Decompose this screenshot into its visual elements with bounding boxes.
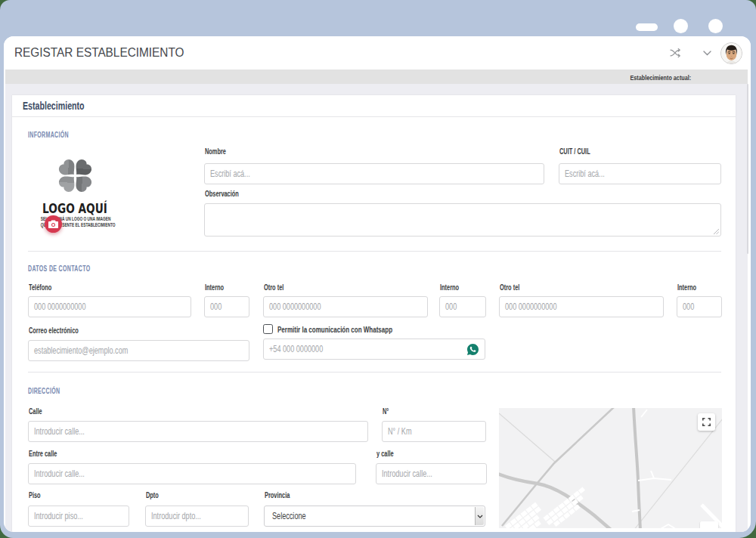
interno2-label: Interno (440, 283, 466, 292)
section-title-direccion: DIRECCIÓN (28, 387, 74, 395)
camera-icon (48, 220, 58, 228)
card-title: Establecimiento (23, 100, 85, 112)
window-control-circle-2[interactable] (708, 19, 723, 33)
nombre-input[interactable]: Escribí acá... (204, 163, 544, 184)
interno3-input[interactable]: 000 (677, 296, 722, 317)
status-bar: Establecimiento actual: (5, 70, 748, 84)
shuffle-icon[interactable] (670, 48, 682, 58)
correo-input[interactable]: establecimiento@ejemplo.com (28, 340, 249, 361)
section-divider-1 (28, 251, 721, 252)
telefono-label: Teléfono (29, 283, 60, 292)
window-controls (0, 0, 756, 36)
ycalle-label: y calle (376, 450, 400, 458)
section-title-informacion: INFORMACIÓN (28, 131, 86, 139)
interno1-input[interactable]: 000 (204, 296, 249, 317)
section-title-contacto: DATOS DE CONTACTO (28, 264, 117, 273)
observacion-textarea[interactable] (204, 203, 721, 237)
entrecalle-label: Entre calle (29, 450, 67, 458)
scrollbar-thumb[interactable] (747, 84, 748, 254)
logo-placeholder[interactable]: LOGO AQUÍ SELECCIONÁ UN LOGO O UNA IMAGE… (29, 158, 121, 229)
whatsapp-input[interactable]: +54 000 0000000 (263, 339, 485, 360)
location-map[interactable] (499, 408, 722, 528)
card-header: Establecimiento (12, 95, 736, 117)
desktop-background: REGISTAR ESTABLECIMIENTO (0, 0, 756, 538)
clover-logo-icon (57, 158, 93, 193)
establecimiento-card: Establecimiento INFORMACIÓN (12, 95, 736, 532)
telefono-input[interactable]: 000 0000000000 (28, 296, 191, 317)
piso-label: Piso (29, 491, 45, 499)
fullscreen-icon (702, 418, 711, 426)
provincia-label: Provincia (265, 491, 299, 499)
app-window: REGISTAR ESTABLECIMIENTO (4, 36, 751, 532)
numero-label: N° (383, 407, 391, 416)
dpto-label: Dpto (146, 491, 163, 499)
interno2-input[interactable]: 000 (439, 296, 486, 317)
page-background: Establecimiento INFORMACIÓN (5, 84, 748, 532)
section-divider-2 (28, 372, 721, 373)
piso-input[interactable]: Introducir piso... (28, 506, 129, 527)
observacion-label: Observación (205, 190, 251, 198)
otrotel1-label: Otro tel (264, 283, 291, 292)
cuit-input[interactable]: Escribí acá... (559, 163, 721, 184)
resize-grip-icon[interactable] (714, 229, 719, 234)
upload-logo-button[interactable] (45, 215, 62, 233)
otrotel2-input[interactable]: 000 0000000000 (499, 296, 664, 317)
whatsapp-checkbox[interactable] (263, 324, 273, 334)
cuit-label: CUIT / CUIL (559, 147, 601, 156)
minimize-pill-icon[interactable] (636, 23, 658, 31)
nombre-label: Nombre (205, 147, 234, 156)
provincia-select[interactable]: Seleccione (264, 506, 485, 527)
page-title: REGISTAR ESTABLECIMIENTO (14, 36, 191, 70)
map-graphic (499, 408, 722, 528)
logo-title: LOGO AQUÍ (40, 200, 110, 216)
otrotel2-label: Otro tel (500, 283, 527, 292)
dpto-input[interactable]: Introducir dpto... (145, 506, 249, 527)
map-control-partial (700, 521, 718, 528)
current-establishment-label: Establecimiento actual: (630, 73, 691, 81)
interno1-label: Interno (205, 283, 231, 292)
calle-input[interactable]: Introducir calle... (28, 421, 368, 442)
map-fullscreen-button[interactable] (698, 413, 715, 431)
correo-label: Correo electrónico (29, 326, 96, 335)
numero-input[interactable]: N° / Km (382, 421, 486, 442)
entrecalle-input[interactable]: Introducir calle... (28, 463, 356, 484)
otrotel1-input[interactable]: 000 0000000000 (263, 296, 428, 317)
whatsapp-icon (467, 344, 479, 355)
chevron-down-icon[interactable] (703, 51, 711, 56)
select-arrow-icon (475, 507, 484, 525)
ycalle-input[interactable]: Introducir calle... (376, 463, 487, 484)
interno3-label: Interno (677, 283, 703, 292)
whatsapp-checkbox-label: Permitir la comunicación con Whatsapp (277, 326, 421, 334)
titlebar: REGISTAR ESTABLECIMIENTO (4, 36, 751, 70)
window-control-circle-1[interactable] (674, 19, 688, 33)
calle-label: Calle (29, 407, 47, 416)
user-avatar[interactable] (720, 42, 742, 64)
